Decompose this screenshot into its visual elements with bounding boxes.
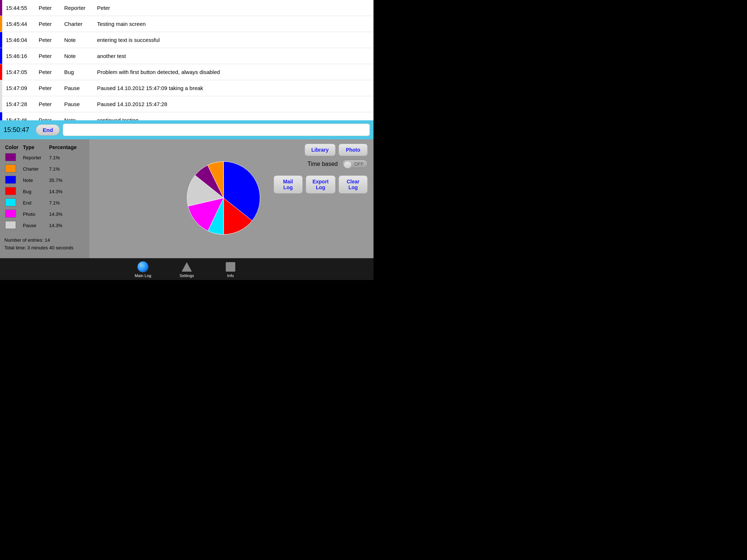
log-type: Note: [64, 53, 97, 59]
settings-icon: [181, 261, 193, 273]
stats-type-cell: Note: [23, 175, 49, 186]
log-row: 15:44:55PeterReporterPeter: [0, 0, 374, 16]
stats-percentage-cell: 7.1%: [49, 164, 85, 174]
stats-type-cell: Reporter: [23, 152, 49, 163]
current-time: 15:50:47: [4, 126, 33, 134]
input-bar: 15:50:47 End: [0, 120, 374, 139]
log-time: 15:47:46: [6, 117, 39, 120]
stats-type-cell: Bug: [23, 186, 49, 197]
col-header-percentage: Percentage: [49, 144, 85, 152]
stats-row: Bug14.3%: [5, 186, 84, 197]
log-user: Peter: [39, 37, 64, 43]
toggle-container: Time based OFF: [307, 160, 368, 168]
time-based-label: Time based: [307, 161, 338, 167]
log-row: 15:46:16PeterNoteanother test: [0, 48, 374, 64]
log-type: Pause: [64, 101, 97, 107]
stats-row: Pause14.3%: [5, 220, 84, 231]
stats-percentage-cell: 7.1%: [49, 198, 85, 208]
log-type: Bug: [64, 69, 97, 75]
color-swatch: [5, 210, 16, 218]
stats-row: Note35.7%: [5, 175, 84, 186]
stats-color-cell: [5, 198, 22, 208]
export-log-button[interactable]: Export Log: [306, 175, 336, 194]
log-user: Peter: [39, 85, 64, 91]
pie-chart-container: [183, 158, 264, 240]
color-swatch: [5, 164, 16, 172]
color-swatch: [5, 187, 16, 195]
square-icon: [226, 262, 235, 272]
bottom-buttons: Mail Log Export Log Clear Log: [274, 175, 368, 194]
stats-percentage-cell: 35.7%: [49, 175, 85, 186]
info-icon: [225, 261, 236, 273]
col-header-type: Type: [23, 144, 49, 152]
row-content: 15:46:04PeterNoteentering text is succes…: [2, 32, 374, 48]
log-type: Reporter: [64, 5, 97, 11]
stats-color-cell: [5, 175, 22, 186]
mail-log-button[interactable]: Mail Log: [274, 175, 303, 194]
stats-type-cell: Charter: [23, 164, 49, 174]
log-message: Problem with first button detected, alwa…: [97, 69, 370, 75]
stats-color-cell: [5, 152, 22, 163]
log-type: Note: [64, 37, 97, 43]
stats-table: Color Type Percentage Reporter7.1%Charte…: [4, 144, 85, 232]
log-row: 15:47:28PeterPausePaused 14.10.2012 15:4…: [0, 96, 374, 112]
stats-row: Charter7.1%: [5, 164, 84, 174]
row-content: 15:45:44PeterCharterTesting main screen: [2, 16, 374, 32]
clear-log-button[interactable]: Clear Log: [338, 175, 368, 194]
photo-button[interactable]: Photo: [338, 144, 368, 156]
main-log-icon: [137, 261, 149, 273]
log-message: another test: [97, 53, 370, 59]
stats-percentage-cell: 7.1%: [49, 152, 85, 163]
tab-main-log[interactable]: Main Log: [121, 258, 165, 280]
stats-percentage-cell: 14.3%: [49, 220, 85, 231]
tab-settings-label: Settings: [179, 273, 194, 278]
tab-settings[interactable]: Settings: [165, 258, 209, 280]
stats-percentage-cell: 14.3%: [49, 186, 85, 197]
globe-icon: [138, 261, 148, 272]
top-buttons: Library Photo: [305, 144, 368, 156]
tab-main-log-label: Main Log: [135, 273, 151, 278]
log-time: 15:44:55: [6, 5, 39, 11]
log-user: Peter: [39, 101, 64, 107]
log-message: Testing main screen: [97, 21, 370, 27]
color-swatch: [5, 221, 16, 229]
log-user: Peter: [39, 69, 64, 75]
log-row: 15:46:04PeterNoteentering text is succes…: [0, 32, 374, 48]
log-type: Note: [64, 117, 97, 120]
log-row: 15:45:44PeterCharterTesting main screen: [0, 16, 374, 32]
color-swatch: [5, 198, 16, 206]
log-user: Peter: [39, 53, 64, 59]
color-swatch: [5, 176, 16, 184]
stats-type-cell: End: [23, 198, 49, 208]
log-scroll: 15:44:55PeterReporterPeter15:45:44PeterC…: [0, 0, 374, 120]
stats-type-cell: Photo: [23, 209, 49, 219]
stats-row: Reporter7.1%: [5, 152, 84, 163]
right-controls: Library Photo Time based OFF Mail Log Ex…: [295, 144, 368, 194]
log-row: 15:47:05PeterBugProblem with first butto…: [0, 64, 374, 80]
tab-info[interactable]: Info: [209, 258, 252, 280]
tab-info-label: Info: [227, 273, 234, 278]
tab-bar: Main Log Settings Info: [0, 258, 374, 280]
log-message: Peter: [97, 5, 370, 11]
stats-right-panel: Library Photo Time based OFF Mail Log Ex…: [89, 139, 374, 258]
stats-footer: Number of entries: 14 Total time: 3 minu…: [4, 237, 85, 252]
stats-area: Color Type Percentage Reporter7.1%Charte…: [0, 139, 374, 258]
end-button[interactable]: End: [36, 124, 60, 136]
log-time: 15:47:09: [6, 85, 39, 91]
log-user: Peter: [39, 117, 64, 120]
stats-percentage-cell: 14.3%: [49, 209, 85, 219]
log-time: 15:47:28: [6, 101, 39, 107]
log-row: 15:47:46PeterNotecontinued testing ...: [0, 112, 374, 120]
log-message: entering text is successful: [97, 37, 370, 43]
time-based-toggle[interactable]: OFF: [342, 160, 368, 168]
note-input[interactable]: [63, 124, 370, 136]
log-time: 15:47:05: [6, 69, 39, 75]
log-type: Pause: [64, 85, 97, 91]
stats-color-cell: [5, 209, 22, 219]
library-button[interactable]: Library: [305, 144, 336, 156]
log-time: 15:46:04: [6, 37, 39, 43]
log-message: Paused 14.10.2012 15:47:28: [97, 101, 370, 107]
log-type: Charter: [64, 21, 97, 27]
pie-chart: [183, 158, 264, 238]
stats-left-panel: Color Type Percentage Reporter7.1%Charte…: [0, 139, 89, 258]
